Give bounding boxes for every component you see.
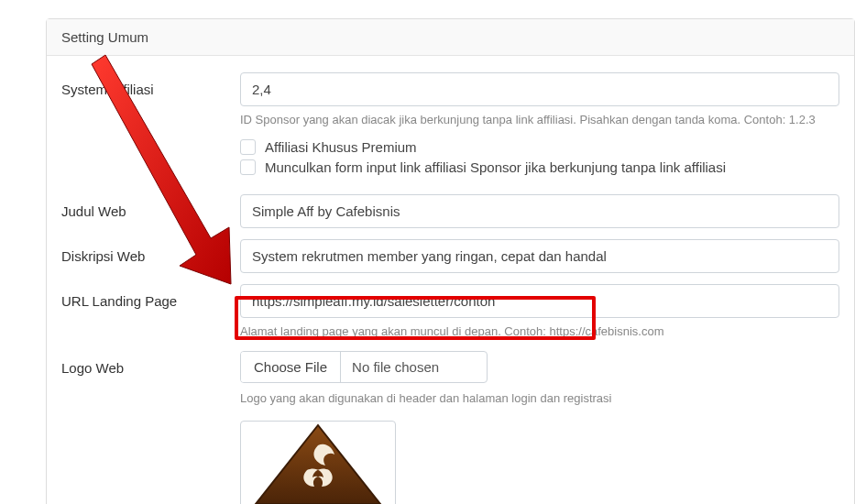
- help-affiliation: ID Sponsor yang akan diacak jika berkunj…: [240, 112, 839, 128]
- checkbox-premium[interactable]: [240, 139, 256, 155]
- label-logo: Logo Web: [61, 351, 240, 376]
- input-affiliation[interactable]: [240, 72, 839, 106]
- panel-title: Setting Umum: [47, 19, 854, 56]
- row-title: Judul Web: [61, 194, 839, 228]
- row-affiliation: System Affiliasi ID Sponsor yang akan di…: [61, 72, 839, 180]
- input-description[interactable]: [240, 239, 839, 273]
- checkbox-row-premium[interactable]: Affiliasi Khusus Premium: [240, 139, 839, 155]
- file-chooser[interactable]: Choose File No file chosen: [240, 351, 488, 383]
- help-landing: Alamat landing page yang akan muncul di …: [240, 323, 839, 340]
- choose-file-button[interactable]: Choose File: [241, 352, 341, 382]
- logo-preview: [240, 421, 396, 504]
- row-logo: Logo Web Choose File No file chosen Logo…: [61, 351, 839, 504]
- label-description: Diskripsi Web: [61, 239, 240, 264]
- input-landing[interactable]: [240, 284, 839, 318]
- checkbox-row-showform[interactable]: Munculkan form input link affiliasi Spon…: [240, 159, 839, 175]
- row-description: Diskripsi Web: [61, 239, 839, 273]
- file-status: No file chosen: [341, 352, 450, 382]
- input-title[interactable]: [240, 194, 839, 228]
- logo-preview-image: [245, 421, 391, 504]
- help-logo: Logo yang akan digunakan di header dan h…: [240, 390, 839, 407]
- row-landing: URL Landing Page Alamat landing page yan…: [61, 284, 839, 340]
- settings-panel: Setting Umum System Affiliasi ID Sponsor…: [46, 18, 855, 504]
- checkbox-premium-label: Affiliasi Khusus Premium: [265, 139, 417, 155]
- label-title: Judul Web: [61, 194, 240, 219]
- label-affiliation: System Affiliasi: [61, 72, 240, 97]
- checkbox-showform-label: Munculkan form input link affiliasi Spon…: [265, 159, 726, 175]
- checkbox-showform[interactable]: [240, 159, 256, 175]
- panel-body: System Affiliasi ID Sponsor yang akan di…: [47, 56, 854, 504]
- label-landing: URL Landing Page: [61, 284, 240, 309]
